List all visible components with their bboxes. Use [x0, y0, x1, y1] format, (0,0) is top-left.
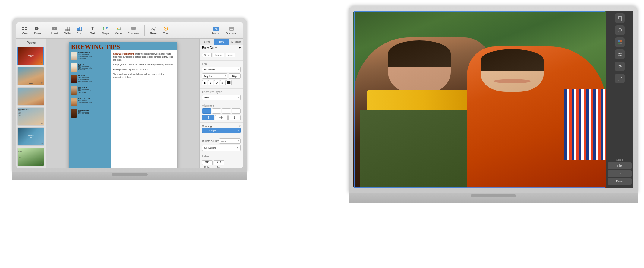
tips-label: Tips: [163, 32, 168, 35]
media-button[interactable]: Media: [112, 25, 125, 36]
person1-jacket: [360, 110, 485, 188]
filter-tool-button[interactable]: [615, 37, 625, 47]
format-text-tab[interactable]: Text: [214, 39, 229, 45]
body-copy-arrow: ▾: [239, 46, 241, 49]
view-button[interactable]: View: [19, 25, 31, 36]
align-buttons-row2: [202, 115, 241, 120]
italic-button[interactable]: I: [208, 80, 213, 85]
brewing-tips-title: BREWING TIPS: [71, 43, 175, 50]
spacing-row: Spacing ▾: [202, 124, 241, 128]
text-icon: T: [90, 26, 96, 31]
person2-hair: [481, 49, 543, 71]
straighten-tool-button[interactable]: [615, 25, 625, 35]
text-color-btn[interactable]: [226, 80, 232, 85]
format-tab-icon: Aa: [213, 26, 219, 31]
align-right-button[interactable]: [222, 108, 231, 114]
page-thumb-5[interactable]: BREWINGTIPS 5: [17, 127, 44, 146]
crop-tool-button[interactable]: [615, 13, 625, 23]
char-styles-value: None: [204, 96, 209, 99]
comment-button[interactable]: Comment: [125, 25, 142, 36]
spacing-section: Spacing ▾ 1.0 - Single ▾: [200, 123, 243, 136]
page-thumb-4[interactable]: OUR ROASTS 210°219°240°245° 4: [17, 107, 44, 126]
bullets-label: Bullets & Lists: [202, 139, 219, 142]
char-styles-arrow: ▾: [238, 96, 239, 99]
zoom-icon: 125%: [34, 26, 40, 31]
right-screen-bezel: Aspect Flip Auto Reset: [353, 11, 633, 188]
cappuccino-icon: [71, 52, 77, 60]
format-tab-button[interactable]: Aa Format: [209, 25, 223, 36]
auto-button[interactable]: Auto: [608, 170, 632, 177]
shape-label: Shape: [102, 32, 109, 35]
align-center-button[interactable]: [212, 108, 221, 114]
text-button[interactable]: T Text: [87, 25, 99, 36]
bullet-label: Bullet: [204, 166, 210, 168]
reset-button[interactable]: Reset: [608, 178, 632, 185]
bold-button[interactable]: B: [202, 80, 207, 85]
svg-text:+: +: [54, 27, 55, 30]
no-bullets-arrow: ▾: [237, 146, 238, 149]
chart-label: Chart: [77, 32, 83, 35]
svg-text:?: ?: [165, 27, 167, 30]
font-size-input[interactable]: 16 pt: [229, 73, 241, 79]
document-tab-button[interactable]: Document: [223, 25, 241, 36]
photo-scene: [353, 11, 606, 188]
bullets-type-select[interactable]: None ▾: [219, 138, 241, 144]
page-thumb-2[interactable]: Coffee Menu 2: [17, 67, 44, 85]
macbook-right: Aspect Flip Auto Reset: [349, 6, 644, 266]
americano-info: AMERICANO 50% espresso 50% hot water: [78, 109, 90, 115]
spacing-select[interactable]: 1.0 - Single ▾: [202, 128, 241, 133]
page-thumb-6[interactable]: THANKYOU 6: [17, 148, 44, 166]
shape-button[interactable]: Shape: [99, 25, 112, 36]
align-justify-button[interactable]: [232, 108, 241, 114]
body-copy-label: Body Copy: [202, 46, 217, 49]
style-tab-layout[interactable]: Layout: [213, 53, 224, 57]
align-bottom-button[interactable]: [228, 115, 241, 120]
photo-panel-bottom: Aspect Flip Auto Reset: [608, 158, 632, 186]
svg-point-22: [151, 28, 152, 29]
adjust-tool-button[interactable]: [615, 49, 625, 59]
no-bullets-dropdown[interactable]: No Bullets ▾: [202, 145, 241, 151]
insert-button[interactable]: + Insert: [49, 25, 61, 36]
body-copy-row: Body Copy ▾: [200, 45, 243, 51]
svg-text:S: S: [221, 81, 223, 84]
align-middle-button[interactable]: [215, 115, 227, 120]
font-name-select[interactable]: Baskerville ▾: [202, 67, 241, 72]
thumb-4-num: 4: [41, 122, 43, 125]
chart-button[interactable]: Chart: [74, 25, 86, 36]
shape-icon: [103, 26, 109, 31]
font-style-select[interactable]: Regular ▾: [202, 73, 227, 79]
share-button[interactable]: Share: [147, 25, 159, 36]
format-style-tab[interactable]: Style: [200, 39, 214, 45]
edit-tool-button[interactable]: [615, 74, 625, 83]
thumb-5-preview: BREWINGTIPS: [18, 128, 44, 145]
zoom-label: Zoom: [34, 32, 41, 35]
underline-button[interactable]: U: [214, 80, 219, 85]
align-left-button[interactable]: [202, 108, 211, 114]
toolbar-insert-group: + Insert: [49, 25, 142, 36]
cafe-au-lait-item: CAFE AU LAIT 50% coffee 50% steamed milk: [71, 98, 109, 106]
char-styles-select[interactable]: None ▾: [202, 95, 241, 100]
indent-text-input[interactable]: 0 in: [214, 160, 224, 165]
tips-button[interactable]: ? Tips: [160, 25, 172, 36]
eye-tool-button[interactable]: [615, 62, 625, 71]
view-label: View: [22, 32, 27, 35]
format-arrange-tab[interactable]: Arrange: [229, 39, 243, 45]
strikethrough-button[interactable]: S: [220, 80, 226, 85]
table-button[interactable]: Table: [61, 25, 73, 36]
character-styles-section: Character Styles None ▾: [200, 89, 243, 102]
americano-icon: [71, 109, 77, 118]
zoom-button[interactable]: 125% Zoom: [31, 25, 43, 36]
page-thumb-1[interactable]: BREWINGTIPS 1: [17, 47, 44, 65]
thumb-1-num: 1: [41, 61, 42, 64]
page-thumb-3[interactable]: 3: [17, 87, 44, 106]
flip-button[interactable]: Flip: [608, 162, 632, 169]
align-top-button[interactable]: [202, 115, 214, 120]
body-p2: Always grind your beans just before you'…: [113, 63, 175, 66]
style-tab-more[interactable]: More: [226, 53, 235, 57]
style-tab-style[interactable]: Style: [202, 53, 212, 57]
svg-rect-60: [620, 40, 622, 42]
scene: View 125% Zoom: [0, 0, 644, 268]
person2-mouth: [494, 79, 531, 83]
indent-bullet-input[interactable]: 0 in: [202, 160, 213, 165]
bullets-value: None: [221, 140, 226, 142]
